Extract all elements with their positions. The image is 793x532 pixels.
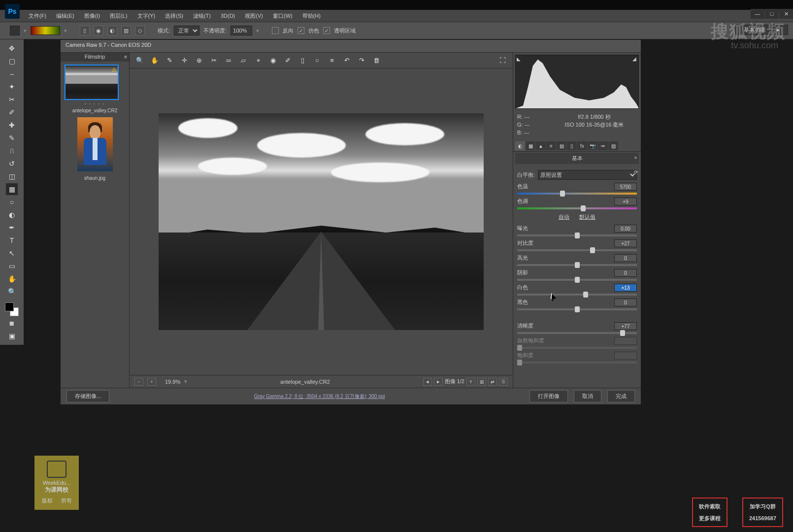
- slider-自然饱和度[interactable]: 自然饱和度: [517, 337, 637, 349]
- maximize-button[interactable]: □: [765, 9, 779, 19]
- done-button[interactable]: 完成: [607, 390, 635, 402]
- slider-value-input[interactable]: [614, 198, 637, 205]
- quickmask-icon[interactable]: ◙: [6, 317, 18, 329]
- slider-value-input[interactable]: [614, 337, 637, 345]
- rotate-ccw-icon[interactable]: ↶: [341, 55, 352, 66]
- slider-黑色[interactable]: 黑色: [517, 299, 637, 310]
- tab-presets-icon[interactable]: ≔: [598, 141, 608, 150]
- wand-tool-icon[interactable]: ✦: [6, 81, 18, 93]
- hand-tool-icon[interactable]: ✋: [6, 273, 18, 285]
- compare-settings-icon[interactable]: ☰: [499, 378, 508, 386]
- type-tool-icon[interactable]: T: [6, 234, 18, 246]
- zoom-out-icon[interactable]: −: [134, 378, 143, 386]
- menu-file[interactable]: 文件(F): [25, 11, 50, 21]
- menu-type[interactable]: 文字(Y): [133, 11, 160, 21]
- slider-value-input[interactable]: [614, 322, 637, 330]
- slider-对比度[interactable]: 对比度: [517, 239, 637, 251]
- eraser-tool-icon[interactable]: ◫: [6, 170, 18, 182]
- hand-tool-icon[interactable]: ✋: [149, 55, 160, 66]
- menu-filter[interactable]: 滤镜(T): [189, 11, 215, 21]
- spot-removal-icon[interactable]: ⌖: [253, 55, 264, 66]
- slider-白色[interactable]: 白色: [517, 284, 637, 296]
- redeye-icon[interactable]: ◉: [267, 55, 278, 66]
- dodge-tool-icon[interactable]: ◐: [6, 209, 18, 221]
- menu-layer[interactable]: 图层(L): [106, 11, 131, 21]
- menu-edit[interactable]: 编辑(E): [52, 11, 78, 21]
- gradient-diamond-icon[interactable]: ◇: [135, 26, 145, 35]
- compare-y-icon[interactable]: Y: [466, 378, 475, 386]
- lasso-tool-icon[interactable]: ⌢: [6, 68, 18, 80]
- transform-icon[interactable]: ▱: [238, 55, 249, 66]
- gradient-radial-icon[interactable]: ◉: [94, 26, 103, 35]
- tab-curve-icon[interactable]: ▦: [526, 141, 535, 150]
- slider-高光[interactable]: 高光: [517, 254, 637, 266]
- slider-色调[interactable]: 色调: [517, 198, 637, 209]
- crop-tool-icon[interactable]: ✂: [208, 55, 219, 66]
- move-tool-icon[interactable]: ✥: [6, 42, 18, 54]
- thumb-rating[interactable]: • • • • •: [65, 101, 125, 106]
- gradient-tool-icon[interactable]: ▦: [6, 183, 18, 195]
- zoom-in-icon[interactable]: +: [147, 378, 156, 386]
- cancel-button[interactable]: 取消: [574, 390, 601, 402]
- pen-tool-icon[interactable]: ✒: [6, 222, 18, 233]
- history-brush-icon[interactable]: ↺: [6, 158, 18, 169]
- slider-value-input[interactable]: [614, 183, 637, 191]
- auto-link[interactable]: 自动: [559, 214, 569, 220]
- straighten-icon[interactable]: ═: [223, 55, 234, 66]
- slider-value-input[interactable]: [614, 299, 637, 306]
- menu-window[interactable]: 窗口(W): [269, 11, 297, 21]
- slider-value-input[interactable]: [614, 225, 637, 233]
- gradient-preset-picker[interactable]: [10, 26, 20, 35]
- color-sampler-icon[interactable]: ✛: [179, 55, 190, 66]
- crop-tool-icon[interactable]: ✂: [6, 94, 18, 105]
- slider-色温[interactable]: 色温: [517, 183, 637, 195]
- tab-camera-icon[interactable]: 📷: [588, 141, 597, 150]
- prev-image-icon[interactable]: ◄: [423, 378, 432, 386]
- dither-checkbox[interactable]: ✓: [297, 27, 304, 34]
- workspace-selector[interactable]: 基本功能 ▸: [735, 25, 788, 35]
- menu-image[interactable]: 图像(I): [80, 11, 104, 21]
- compare-swap-icon[interactable]: ⇄: [488, 378, 497, 386]
- path-select-icon[interactable]: ↖: [6, 247, 18, 259]
- slider-清晰度[interactable]: 清晰度: [517, 322, 637, 334]
- adjust-brush-icon[interactable]: ✐: [282, 55, 293, 66]
- shape-tool-icon[interactable]: ▭: [6, 260, 18, 272]
- tab-snapshots-icon[interactable]: ▧: [608, 141, 618, 150]
- highlight-clip-icon[interactable]: ◢: [632, 56, 637, 61]
- heal-tool-icon[interactable]: ✚: [6, 119, 18, 131]
- zoom-tool-icon[interactable]: 🔍: [6, 286, 18, 298]
- minimize-button[interactable]: —: [751, 9, 764, 19]
- slider-value-input[interactable]: [614, 254, 637, 262]
- blur-tool-icon[interactable]: ○: [6, 196, 18, 208]
- slider-value-input[interactable]: [614, 352, 637, 360]
- next-image-icon[interactable]: ►: [434, 378, 443, 386]
- menu-3d[interactable]: 3D(D): [217, 11, 239, 20]
- brush-tool-icon[interactable]: ✎: [6, 132, 18, 144]
- histogram[interactable]: ◣ ◢: [515, 55, 639, 109]
- tab-split-icon[interactable]: ▤: [557, 141, 566, 150]
- slider-曝光[interactable]: 曝光: [517, 225, 637, 236]
- refresh-icon[interactable]: ⟳: [634, 169, 638, 175]
- stamp-tool-icon[interactable]: ⎍: [6, 145, 18, 157]
- menu-select[interactable]: 选择(S): [161, 11, 187, 21]
- slider-阴影[interactable]: 阴影: [517, 269, 637, 281]
- panel-menu-icon[interactable]: ≡: [634, 155, 637, 160]
- reverse-checkbox[interactable]: [272, 27, 279, 34]
- gradient-preview[interactable]: [31, 26, 60, 35]
- compare-split-icon[interactable]: ▥: [477, 378, 486, 386]
- gradient-reflected-icon[interactable]: ▥: [121, 26, 131, 35]
- blend-mode-select[interactable]: 正常: [174, 26, 199, 35]
- preview-canvas[interactable]: [130, 68, 513, 375]
- close-button[interactable]: ✕: [779, 9, 793, 19]
- menu-view[interactable]: 视图(V): [241, 11, 267, 21]
- thumbnail-1[interactable]: ⚠ • • • • • antelope_valley.CR2: [65, 65, 125, 113]
- gradient-angle-icon[interactable]: ◐: [107, 26, 117, 35]
- workflow-link[interactable]: Gray Gamma 2.2; 8 位; 3504 x 2336 (8.2 百万…: [115, 393, 524, 400]
- thumbnail-2[interactable]: ⟳ shaun.jpg: [65, 117, 125, 181]
- filmstrip-menu-icon[interactable]: ≡: [124, 54, 127, 60]
- eyedropper-tool-icon[interactable]: ✐: [6, 106, 18, 118]
- tab-detail-icon[interactable]: ▲: [536, 141, 546, 150]
- tab-fx-icon[interactable]: fx: [577, 141, 587, 150]
- wb-select[interactable]: 原照设置: [538, 170, 637, 180]
- marquee-tool-icon[interactable]: ▢: [6, 55, 18, 67]
